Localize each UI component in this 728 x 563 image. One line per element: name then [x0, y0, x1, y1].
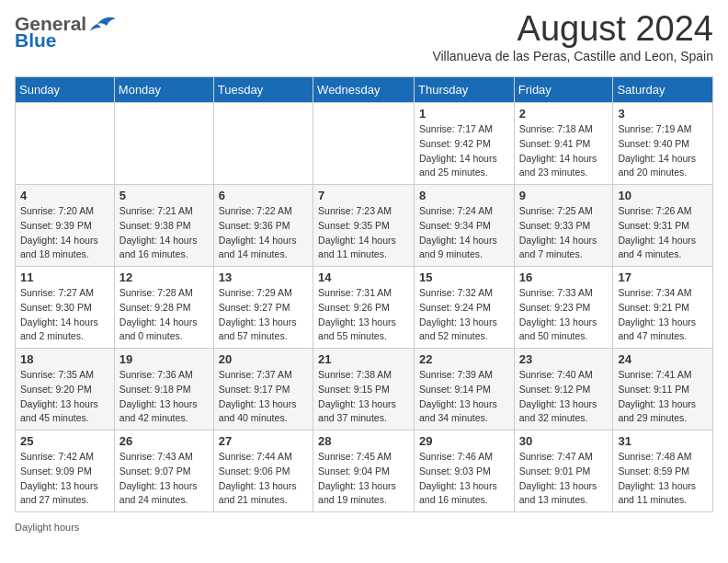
day-number: 28 — [318, 434, 409, 448]
day-number: 22 — [419, 352, 509, 366]
calendar-table: SundayMondayTuesdayWednesdayThursdayFrid… — [15, 76, 713, 512]
day-info: Sunrise: 7:41 AMSunset: 9:11 PMDaylight:… — [618, 368, 708, 426]
calendar-cell: 24Sunrise: 7:41 AMSunset: 9:11 PMDayligh… — [613, 349, 713, 431]
calendar-cell: 25Sunrise: 7:42 AMSunset: 9:09 PMDayligh… — [16, 431, 115, 512]
calendar-cell: 6Sunrise: 7:22 AMSunset: 9:36 PMDaylight… — [213, 185, 313, 267]
day-number: 4 — [20, 189, 109, 202]
day-info: Sunrise: 7:22 AMSunset: 9:36 PMDaylight:… — [219, 204, 308, 262]
calendar-cell: 30Sunrise: 7:47 AMSunset: 9:01 PMDayligh… — [514, 431, 613, 512]
day-number: 15 — [419, 270, 509, 284]
day-number: 16 — [519, 270, 609, 284]
day-info: Sunrise: 7:31 AMSunset: 9:26 PMDaylight:… — [318, 286, 409, 344]
footer-text: Daylight hours — [15, 522, 79, 533]
day-info: Sunrise: 7:48 AMSunset: 8:59 PMDaylight:… — [618, 450, 708, 508]
day-info: Sunrise: 7:42 AMSunset: 9:09 PMDaylight:… — [20, 450, 109, 508]
day-number: 9 — [519, 189, 609, 202]
calendar-cell — [213, 103, 313, 185]
calendar-cell: 1Sunrise: 7:17 AMSunset: 9:42 PMDaylight… — [415, 103, 515, 185]
calendar-header-thursday: Thursday — [415, 77, 515, 103]
day-number: 23 — [519, 352, 609, 366]
day-info: Sunrise: 7:29 AMSunset: 9:27 PMDaylight:… — [219, 286, 308, 344]
day-info: Sunrise: 7:18 AMSunset: 9:41 PMDaylight:… — [519, 122, 609, 180]
calendar-cell: 15Sunrise: 7:32 AMSunset: 9:24 PMDayligh… — [415, 267, 515, 349]
calendar-cell: 3Sunrise: 7:19 AMSunset: 9:40 PMDaylight… — [613, 103, 713, 185]
calendar-cell: 16Sunrise: 7:33 AMSunset: 9:23 PMDayligh… — [514, 267, 613, 349]
day-info: Sunrise: 7:32 AMSunset: 9:24 PMDaylight:… — [419, 286, 509, 344]
day-info: Sunrise: 7:23 AMSunset: 9:35 PMDaylight:… — [318, 204, 409, 262]
day-number: 14 — [318, 270, 409, 284]
calendar-header-saturday: Saturday — [613, 77, 713, 103]
calendar-cell: 11Sunrise: 7:27 AMSunset: 9:30 PMDayligh… — [16, 267, 115, 349]
day-info: Sunrise: 7:37 AMSunset: 9:17 PMDaylight:… — [219, 368, 308, 426]
day-info: Sunrise: 7:46 AMSunset: 9:03 PMDaylight:… — [419, 450, 509, 508]
day-number: 20 — [219, 352, 308, 366]
day-info: Sunrise: 7:19 AMSunset: 9:40 PMDaylight:… — [618, 122, 708, 180]
day-info: Sunrise: 7:35 AMSunset: 9:20 PMDaylight:… — [20, 368, 109, 426]
calendar-cell: 18Sunrise: 7:35 AMSunset: 9:20 PMDayligh… — [16, 349, 115, 431]
day-info: Sunrise: 7:27 AMSunset: 9:30 PMDaylight:… — [20, 286, 109, 344]
day-info: Sunrise: 7:20 AMSunset: 9:39 PMDaylight:… — [20, 204, 109, 262]
day-number: 19 — [119, 352, 209, 366]
calendar-cell: 8Sunrise: 7:24 AMSunset: 9:34 PMDaylight… — [415, 185, 515, 267]
day-number: 21 — [318, 352, 409, 366]
footer: Daylight hours — [0, 512, 728, 540]
day-number: 2 — [519, 107, 609, 121]
calendar-header-friday: Friday — [514, 77, 613, 103]
day-number: 25 — [20, 434, 109, 448]
day-info: Sunrise: 7:43 AMSunset: 9:07 PMDaylight:… — [119, 450, 209, 508]
calendar-cell: 13Sunrise: 7:29 AMSunset: 9:27 PMDayligh… — [213, 267, 313, 349]
day-info: Sunrise: 7:47 AMSunset: 9:01 PMDaylight:… — [519, 450, 609, 508]
calendar-cell: 7Sunrise: 7:23 AMSunset: 9:35 PMDaylight… — [313, 185, 415, 267]
day-info: Sunrise: 7:33 AMSunset: 9:23 PMDaylight:… — [519, 286, 609, 344]
calendar-cell: 26Sunrise: 7:43 AMSunset: 9:07 PMDayligh… — [114, 431, 213, 512]
day-number: 17 — [618, 270, 708, 284]
calendar-header-sunday: Sunday — [16, 77, 115, 103]
calendar-header-monday: Monday — [114, 77, 213, 103]
calendar-cell: 12Sunrise: 7:28 AMSunset: 9:28 PMDayligh… — [114, 267, 213, 349]
day-number: 12 — [119, 270, 209, 284]
logo-blue-text: Blue — [15, 29, 57, 52]
calendar-cell: 14Sunrise: 7:31 AMSunset: 9:26 PMDayligh… — [313, 267, 415, 349]
logo-bird-icon — [88, 13, 118, 35]
day-info: Sunrise: 7:39 AMSunset: 9:14 PMDaylight:… — [419, 368, 509, 426]
calendar-cell: 23Sunrise: 7:40 AMSunset: 9:12 PMDayligh… — [514, 349, 613, 431]
day-info: Sunrise: 7:44 AMSunset: 9:06 PMDaylight:… — [219, 450, 308, 508]
day-number: 13 — [219, 270, 308, 284]
day-info: Sunrise: 7:34 AMSunset: 9:21 PMDaylight:… — [618, 286, 708, 344]
calendar-cell: 21Sunrise: 7:38 AMSunset: 9:15 PMDayligh… — [313, 349, 415, 431]
day-info: Sunrise: 7:28 AMSunset: 9:28 PMDaylight:… — [119, 286, 209, 344]
day-info: Sunrise: 7:24 AMSunset: 9:34 PMDaylight:… — [419, 204, 509, 262]
day-number: 1 — [419, 107, 509, 121]
day-number: 18 — [20, 352, 109, 366]
day-number: 8 — [419, 189, 509, 202]
calendar-cell: 10Sunrise: 7:26 AMSunset: 9:31 PMDayligh… — [613, 185, 713, 267]
calendar-cell — [114, 103, 213, 185]
calendar-header-wednesday: Wednesday — [313, 77, 415, 103]
day-number: 26 — [119, 434, 209, 448]
calendar-cell: 9Sunrise: 7:25 AMSunset: 9:33 PMDaylight… — [514, 185, 613, 267]
day-number: 24 — [618, 352, 708, 366]
calendar-cell — [313, 103, 415, 185]
day-number: 10 — [618, 189, 708, 202]
calendar-cell: 17Sunrise: 7:34 AMSunset: 9:21 PMDayligh… — [613, 267, 713, 349]
day-info: Sunrise: 7:25 AMSunset: 9:33 PMDaylight:… — [519, 204, 609, 262]
calendar-cell: 27Sunrise: 7:44 AMSunset: 9:06 PMDayligh… — [213, 431, 313, 512]
calendar-cell: 22Sunrise: 7:39 AMSunset: 9:14 PMDayligh… — [415, 349, 515, 431]
location-title: Villanueva de las Peras, Castille and Le… — [118, 49, 713, 63]
day-number: 27 — [219, 434, 308, 448]
calendar-header-tuesday: Tuesday — [213, 77, 313, 103]
day-number: 30 — [519, 434, 609, 448]
calendar-cell: 19Sunrise: 7:36 AMSunset: 9:18 PMDayligh… — [114, 349, 213, 431]
calendar-cell: 31Sunrise: 7:48 AMSunset: 8:59 PMDayligh… — [613, 431, 713, 512]
calendar-cell: 4Sunrise: 7:20 AMSunset: 9:39 PMDaylight… — [16, 185, 115, 267]
calendar-cell: 2Sunrise: 7:18 AMSunset: 9:41 PMDaylight… — [514, 103, 613, 185]
calendar-cell — [16, 103, 115, 185]
day-number: 6 — [219, 189, 308, 202]
calendar-cell: 20Sunrise: 7:37 AMSunset: 9:17 PMDayligh… — [213, 349, 313, 431]
day-info: Sunrise: 7:21 AMSunset: 9:38 PMDaylight:… — [119, 204, 209, 262]
day-number: 5 — [119, 189, 209, 202]
logo: General Blue — [15, 13, 118, 52]
day-number: 29 — [419, 434, 509, 448]
day-number: 31 — [618, 434, 708, 448]
day-number: 3 — [618, 107, 708, 121]
